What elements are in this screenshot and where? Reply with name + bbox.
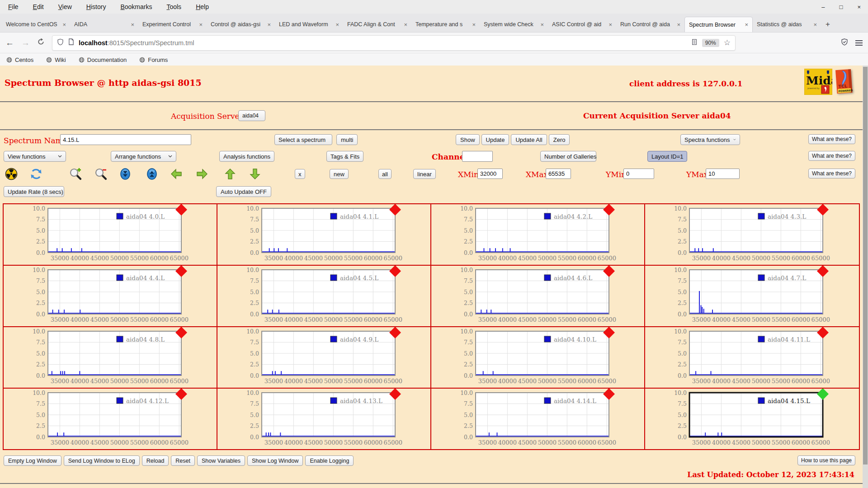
bookmark-wiki[interactable]: Wiki [46, 56, 66, 63]
linear-button[interactable]: linear [413, 169, 436, 179]
spectra-functions-dropdown[interactable]: Spectra functions [680, 134, 740, 145]
ymin-input[interactable] [623, 169, 654, 179]
tab-close-icon[interactable]: × [677, 21, 680, 28]
tab-led-and-waveform[interactable]: LED and Waveform× [275, 17, 343, 32]
bookmark-star-icon[interactable]: ☆ [724, 38, 731, 47]
auto-update-button[interactable]: Auto Update OFF [216, 186, 271, 197]
analysis-functions-dropdown[interactable]: Analysis functions [219, 151, 274, 162]
zoom-in-icon[interactable] [69, 168, 82, 180]
tab-close-icon[interactable]: × [335, 21, 339, 28]
tab-system-wide-check[interactable]: System wide Check× [480, 17, 548, 32]
show-log-window-button[interactable]: Show Log Window [247, 455, 303, 466]
layout-id-dropdown[interactable]: Layout ID=1 [647, 151, 687, 162]
minimize-icon[interactable]: – [821, 4, 825, 10]
spectrum-cell-aida04-4-10-l[interactable]: 0.02.55.07.510.0350004000045000500005500… [431, 327, 645, 389]
channel-input[interactable] [462, 151, 493, 162]
menu-history[interactable]: History [86, 3, 106, 10]
spectrum-cell-aida04-4-5-l[interactable]: 0.02.55.07.510.0350004000045000500005500… [217, 266, 431, 327]
spectrum-cell-aida04-4-11-l[interactable]: 0.02.55.07.510.0350004000045000500005500… [645, 327, 859, 389]
tab-asic-control-aid[interactable]: ASIC Control @ aid× [548, 17, 616, 32]
close-icon[interactable]: × [857, 4, 861, 10]
shield-icon[interactable] [57, 38, 64, 47]
radiation-icon[interactable] [5, 168, 18, 180]
tab-close-icon[interactable]: × [62, 21, 66, 28]
bookmark-forums[interactable]: Forums [139, 56, 168, 63]
spectrum-cell-aida04-4-2-l[interactable]: 0.02.55.07.510.0350004000045000500005500… [431, 204, 645, 266]
menu-hamburger-icon[interactable] [855, 40, 863, 46]
reload-button[interactable]: Reload [142, 455, 169, 466]
update-all-button[interactable]: Update All [511, 134, 547, 145]
tab-welcome-to-centos[interactable]: Welcome to CentOS× [2, 17, 70, 32]
update-rate-dropdown[interactable]: Update Rate (8 secs) [4, 186, 64, 197]
select-spectrum-dropdown[interactable]: Select a spectrum [274, 134, 332, 145]
tab-temperature-and-s[interactable]: Temperature and s× [411, 17, 480, 32]
empty-log-window-button[interactable]: Empty Log Window [4, 455, 61, 466]
scrollbar-thumb[interactable] [863, 67, 868, 465]
arrange-functions-dropdown[interactable]: Arrange functions [111, 151, 176, 162]
spectrum-cell-aida04-4-1-l[interactable]: 0.02.55.07.510.0350004000045000500005500… [217, 204, 431, 266]
tab-close-icon[interactable]: × [472, 21, 476, 28]
back-icon[interactable]: ← [5, 38, 14, 48]
tab-control-aidas-gsi[interactable]: Control @ aidas-gsi× [207, 17, 275, 32]
xmax-input[interactable] [546, 169, 571, 179]
tab-close-icon[interactable]: × [131, 21, 134, 28]
zero-button[interactable]: Zero [549, 134, 570, 145]
new-tab-button[interactable]: + [821, 17, 835, 32]
zoom-level-badge[interactable]: 90% [702, 39, 719, 47]
show-button[interactable]: Show [456, 134, 480, 145]
view-functions-dropdown[interactable]: View functions [4, 151, 66, 162]
menu-help[interactable]: Help [196, 3, 209, 10]
what-are-these-button-2[interactable]: What are these? [808, 151, 855, 161]
arrow-right-icon[interactable] [196, 168, 208, 180]
maximize-icon[interactable]: □ [840, 4, 843, 10]
tab-spectrum-browser[interactable]: Spectrum Browser× [684, 17, 753, 32]
ymax-input[interactable] [706, 169, 740, 179]
tab-close-icon[interactable]: × [267, 21, 271, 28]
spectrum-name-input[interactable] [60, 134, 191, 145]
spectrum-cell-aida04-4-6-l[interactable]: 0.02.55.07.510.0350004000045000500005500… [431, 266, 645, 327]
tags-fits-dropdown[interactable]: Tags & Fits [326, 151, 363, 162]
scrollbar[interactable] [863, 66, 868, 488]
spectrum-cell-aida04-4-3-l[interactable]: 0.02.55.07.510.0350004000045000500005500… [645, 204, 859, 266]
tab-close-icon[interactable]: × [813, 21, 817, 28]
arrow-left-icon[interactable] [170, 168, 183, 180]
scroll-down-icon[interactable] [119, 168, 132, 180]
what-are-these-button-1[interactable]: What are these? [808, 134, 855, 144]
tab-run-control-aida[interactable]: Run Control @ aida× [616, 17, 684, 32]
refresh-icon[interactable] [30, 168, 42, 180]
tab-close-icon[interactable]: × [745, 21, 748, 28]
new-button[interactable]: new [330, 169, 349, 179]
what-are-these-button-3[interactable]: What are these? [808, 169, 855, 178]
zoom-out-icon[interactable] [94, 168, 107, 180]
arrow-up-icon[interactable] [224, 168, 236, 180]
how-to-use-button[interactable]: How to use this page [797, 455, 855, 465]
spectrum-cell-aida04-4-12-l[interactable]: 0.02.55.07.510.0350004000045000500005500… [4, 389, 217, 449]
menu-bookmarks[interactable]: Bookmarks [120, 3, 152, 10]
reader-mode-icon[interactable] [691, 39, 698, 47]
number-of-galleries-dropdown[interactable]: Number of Galleries [540, 151, 596, 162]
all-button[interactable]: all [378, 169, 392, 179]
x-button[interactable]: x [295, 169, 305, 179]
acquisition-server-select[interactable]: aida04 [238, 110, 265, 121]
spectrum-cell-aida04-4-7-l[interactable]: 0.02.55.07.510.0350004000045000500005500… [645, 266, 859, 327]
enable-logging-button[interactable]: Enable Logging [305, 455, 354, 466]
tab-aida[interactable]: AIDA× [70, 17, 138, 32]
show-variables-button[interactable]: Show Variables [197, 455, 245, 466]
menu-edit[interactable]: Edit [33, 3, 44, 10]
reload-icon[interactable] [37, 38, 45, 47]
url-bar[interactable]: localhost:8015/Spectrum/Spectrum.tml 90%… [52, 35, 736, 51]
tab-close-icon[interactable]: × [540, 21, 544, 28]
spectrum-cell-aida04-4-13-l[interactable]: 0.02.55.07.510.0350004000045000500005500… [217, 389, 431, 449]
menu-file[interactable]: File [8, 3, 19, 10]
tab-statistics-aidas[interactable]: Statistics @ aidas× [753, 17, 821, 32]
tab-experiment-control[interactable]: Experiment Control× [138, 17, 207, 32]
tab-close-icon[interactable]: × [404, 21, 407, 28]
reset-button[interactable]: Reset [171, 455, 195, 466]
bookmark-centos[interactable]: Centos [6, 56, 33, 63]
spectrum-cell-aida04-4-15-l[interactable]: 0.02.55.07.510.0350004000045000500005500… [645, 389, 859, 449]
spectrum-cell-aida04-4-0-l[interactable]: 0.02.55.07.510.0350004000045000500005500… [4, 204, 217, 266]
arrow-down-icon[interactable] [249, 168, 261, 180]
menu-view[interactable]: View [58, 3, 72, 10]
update-button[interactable]: Update [481, 134, 509, 145]
tab-close-icon[interactable]: × [199, 21, 203, 28]
